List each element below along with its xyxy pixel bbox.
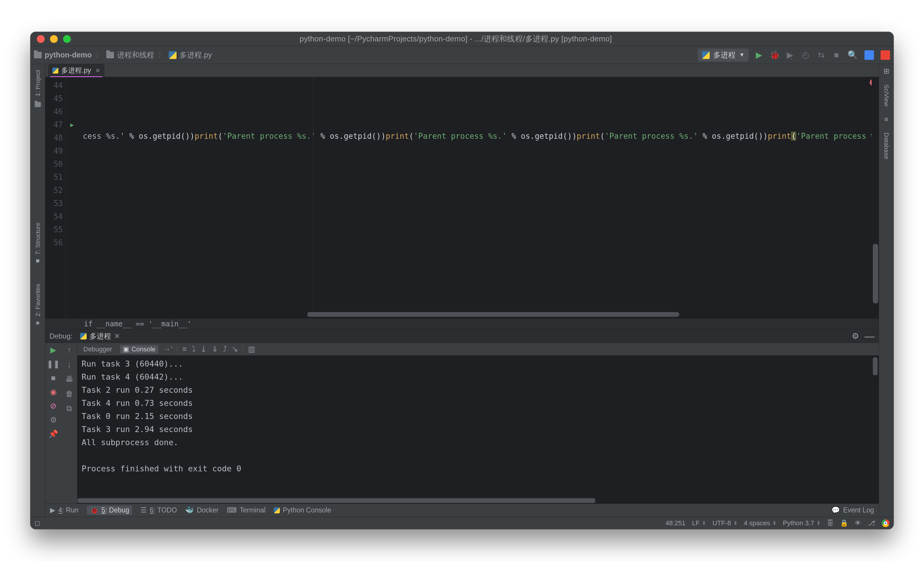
hide-tool-window-icon[interactable]: — [864,330,874,342]
step-into-icon[interactable]: ⤵ [192,345,196,354]
tool-sciview[interactable]: SciView [883,84,890,106]
caret-position[interactable]: 48:251 [665,519,685,527]
line-separator[interactable]: LF⇕ [692,519,706,527]
database-icon[interactable]: ≡ [884,115,888,124]
maximize-window-icon[interactable] [63,35,71,43]
down-stack-icon[interactable]: ↓ [67,360,71,369]
tool-database[interactable]: Database [883,132,890,159]
tool-run[interactable]: ▶4: Run [50,506,79,514]
stop-icon[interactable]: ■ [832,51,841,60]
new-watch-icon[interactable]: →' [163,345,172,354]
grid-icon[interactable]: ⊞ [884,67,890,75]
run-config-selector[interactable]: 多进程 ▼ [698,48,748,62]
code-editor[interactable]: 44454647484950515253545556 ▶ cess %s.' %… [45,77,879,318]
crumb-separator: 〉 [158,50,165,60]
step-out-icon[interactable]: ⤴ [223,345,227,354]
navigation-bar: python-demo 〉 进程和线程 〉 多进程.py 多进程 ▼ ▶ 🐞 ▶… [30,46,894,64]
python-interpreter[interactable]: Python 3.7⇕ [783,519,820,527]
project-tool-icon[interactable] [34,102,41,107]
attach-icon[interactable]: ⇆ [816,51,825,60]
plugin-icon[interactable] [880,50,890,60]
settings-icon[interactable]: ⚙ [50,416,57,424]
crumb-file[interactable]: 多进程.py [169,50,212,60]
tool-window-quick-access-icon[interactable]: ◻ [34,519,40,527]
layout-icon[interactable]: ⧉ [66,404,72,413]
editor-breadcrumb[interactable]: if __name__ == '__main__' [45,318,879,329]
inspection-icon[interactable]: 👁 [855,519,861,527]
profile-icon[interactable]: ◴ [801,51,810,60]
debug-icon[interactable]: 🐞 [770,51,779,60]
console-horizontal-scrollbar[interactable] [77,498,596,503]
code-line-48[interactable]: cess %s.' % os.getpid())print('Parent pr… [78,129,879,142]
tool-sciview-label: SciView [883,84,890,106]
stop-icon[interactable]: ■ [51,374,56,382]
todo-tool-icon: ☰ [141,506,147,514]
evaluate-icon[interactable]: ▥ [248,345,255,354]
editor-tab-label: 多进程.py [62,66,91,75]
tool-terminal[interactable]: ⌨Terminal [227,506,266,514]
tool-todo[interactable]: ☰6: TODO [141,506,177,514]
pin-icon[interactable]: 📌 [48,429,58,439]
delete-icon[interactable]: 🗑 [66,389,73,398]
close-debug-tab-icon[interactable]: ✕ [114,332,120,340]
tool-python-console[interactable]: Python Console [274,506,331,514]
tool-debug[interactable]: 🐞5: Debug [87,506,132,515]
close-window-icon[interactable] [37,35,45,43]
code-viewport[interactable]: cess %s.' % os.getpid())print('Parent pr… [78,77,879,318]
tool-favorites[interactable]: ★2: Favorites [34,284,41,327]
crumb-folder[interactable]: 进程和线程 [106,50,154,60]
step-into-my-icon[interactable]: ⤓ [200,345,207,354]
debug-title-label: Debug: [50,332,72,340]
tool-docker[interactable]: 🐳Docker [185,506,219,514]
memory-indicator-icon[interactable]: 🗄 [827,519,834,527]
tool-project-label: 1: Project [34,70,41,96]
tool-favorites-label: 2: Favorites [34,284,41,316]
separator [177,345,177,353]
translate-plugin-icon[interactable] [864,50,874,60]
indent-setting[interactable]: 4 spaces⇕ [744,519,776,527]
file-encoding[interactable]: UTF-8⇕ [712,519,737,527]
status-bar: ◻ 48:251 LF⇕ UTF-8⇕ 4 spaces⇕ Python 3.7… [30,517,894,529]
run-icon[interactable]: ▶ [754,51,764,60]
debugger-tab[interactable]: Debugger [80,345,115,354]
tool-event-log[interactable]: 💬Event Log [831,506,874,514]
step-over-icon[interactable]: ≡ [182,345,187,354]
search-everywhere-icon[interactable]: 🔍 [848,51,858,60]
close-tab-icon[interactable]: ✕ [95,67,100,74]
tool-terminal-label: Terminal [240,506,266,514]
run-to-cursor-icon[interactable]: ↘ [232,345,238,354]
python-icon [80,333,87,339]
editor-horizontal-scrollbar[interactable] [111,311,872,318]
crumb-project[interactable]: python-demo [34,51,92,59]
mute-breakpoints-icon[interactable]: ⊘ [50,401,57,411]
lock-icon[interactable]: 🔒 [840,519,848,527]
breadcrumbs: python-demo 〉 进程和线程 〉 多进程.py [34,50,212,60]
editor-vertical-scrollbar[interactable] [872,77,879,310]
terminal-tool-icon: ⌨ [227,506,237,514]
debug-run-controls: ▶ ❚❚ ■ ◉ ⊘ ⚙ 📌 [45,343,62,504]
line-number-gutter: 44454647484950515253545556 [45,77,66,318]
force-step-icon[interactable]: ⇓ [212,345,218,354]
console-vertical-scrollbar[interactable] [873,357,878,375]
line-separator-label: LF [692,519,700,527]
debug-settings-icon[interactable]: ⚙ [852,331,859,341]
pause-icon[interactable]: ❚❚ [47,359,60,369]
debug-tabs-toolbar: Debugger ▣ Console →' ≡ ⤵ ⤓ ⇓ ⤴ [77,343,879,356]
tool-project[interactable]: 1: Project [34,70,41,96]
view-breakpoints-icon[interactable]: ◉ [50,387,57,397]
minimize-window-icon[interactable] [50,35,58,43]
print-icon[interactable]: 🖶 [66,375,73,384]
console-tab[interactable]: ▣ Console [120,345,159,354]
git-icon[interactable]: ⎇ [868,519,875,527]
debug-session-tab[interactable]: 多进程 ✕ [76,331,123,342]
debug-console-output[interactable]: Run task 3 (60440)...Run task 4 (60442).… [77,356,879,504]
rerun-icon[interactable]: ▶ [50,345,56,355]
titlebar: python-demo [~/PycharmProjects/python-de… [30,32,894,46]
chrome-icon[interactable] [882,519,890,527]
editor-tab[interactable]: 多进程.py ✕ [48,64,105,77]
up-stack-icon[interactable]: ↑ [67,345,71,355]
tool-database-label: Database [883,132,890,159]
tool-structure[interactable]: ■7: Structure [34,222,41,265]
file-encoding-label: UTF-8 [712,519,731,527]
coverage-icon[interactable]: ▶̣ [786,51,795,60]
